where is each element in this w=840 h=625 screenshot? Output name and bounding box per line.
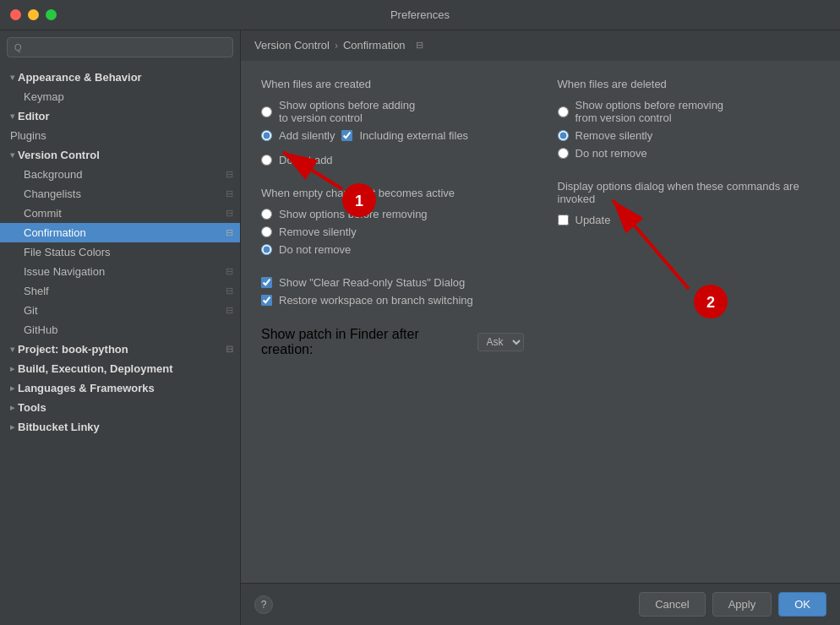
sidebar-item-issue-navigation[interactable]: Issue Navigation ⊟ (0, 262, 240, 281)
sidebar-item-confirmation[interactable]: Confirmation ⊟ (0, 223, 240, 242)
close-button[interactable] (10, 9, 21, 20)
title-bar: Preferences (0, 0, 840, 30)
right-column: When files are deleted Show options befo… (558, 78, 821, 364)
settings-two-col: When files are created Show options befo… (261, 78, 820, 364)
sidebar-item-project[interactable]: ▾ Project: book-python ⊟ (0, 340, 240, 359)
sidebar-item-label: Confirmation (24, 226, 86, 239)
show-clear-readonly-label: Show "Clear Read-only Status" Dialog (279, 276, 465, 289)
radio-add-silently-label: Add silently (279, 129, 335, 142)
sidebar-item-languages[interactable]: ▸ Languages & Frameworks (0, 378, 240, 398)
sidebar-item-editor[interactable]: ▾ Editor (0, 106, 240, 126)
display-options-title: Display options dialog when these comman… (558, 180, 821, 205)
ok-button[interactable]: OK (778, 592, 826, 617)
settings-icon: ⊟ (226, 169, 233, 180)
bottom-checkboxes-section: Show "Clear Read-only Status" Dialog Res… (261, 276, 524, 307)
radio-show-options-remove-input[interactable] (558, 106, 569, 117)
sidebar-item-changelists[interactable]: Changelists ⊟ (0, 184, 240, 204)
radio-add-silently-input[interactable] (261, 130, 272, 141)
sidebar-item-shelf[interactable]: Shelf ⊟ (0, 281, 240, 301)
radio-do-not-remove-input[interactable] (558, 148, 569, 159)
show-clear-readonly-input[interactable] (261, 277, 272, 288)
show-patch-row: Show patch in Finder after creation: Ask… (261, 327, 524, 357)
window-title: Preferences (390, 8, 450, 21)
help-button[interactable]: ? (254, 595, 273, 614)
radio-do-not-add-label: Do not add (279, 154, 333, 166)
radio-do-not-add-input[interactable] (261, 155, 272, 166)
expand-arrow: ▾ (10, 111, 14, 121)
sidebar-item-build[interactable]: ▸ Build, Execution, Deployment (0, 359, 240, 378)
sidebar-item-commit[interactable]: Commit ⊟ (0, 204, 240, 223)
sidebar-item-version-control[interactable]: ▾ Version Control (0, 145, 240, 165)
sidebar-item-label: Project: book-python (18, 343, 128, 356)
radio-show-options-add[interactable]: Show options before adding to version co… (261, 99, 524, 124)
including-external-checkbox[interactable]: Including external files (341, 129, 468, 142)
radio-show-options-empty-input[interactable] (261, 209, 272, 220)
radio-remove-silently-empty-label: Remove silently (279, 226, 357, 238)
sidebar-item-label: Git (24, 304, 38, 317)
sidebar-item-file-status-colors[interactable]: File Status Colors (0, 242, 240, 262)
radio-add-silently[interactable]: Add silently (261, 129, 335, 142)
restore-workspace-checkbox[interactable]: Restore workspace on branch switching (261, 294, 524, 307)
sidebar-item-label: Bitbucket Linky (18, 421, 100, 433)
maximize-button[interactable] (46, 9, 57, 20)
show-clear-readonly-checkbox[interactable]: Show "Clear Read-only Status" Dialog (261, 276, 524, 289)
radio-do-not-remove-empty[interactable]: Do not remove (261, 243, 524, 256)
expand-arrow: ▾ (10, 345, 14, 354)
radio-show-options-add-input[interactable] (261, 106, 272, 117)
radio-remove-silently[interactable]: Remove silently (558, 129, 821, 142)
sidebar-item-label: Keymap (24, 90, 64, 103)
radio-show-options-empty-label: Show options before removing (279, 208, 428, 220)
update-checkbox-input[interactable] (558, 215, 569, 226)
show-patch-dropdown[interactable]: Ask Yes No (477, 333, 524, 351)
apply-button[interactable]: Apply (712, 592, 772, 617)
sidebar-item-label: Appearance & Behavior (18, 71, 142, 84)
radio-remove-silently-empty-input[interactable] (261, 226, 272, 237)
created-radio-group: Show options before adding to version co… (261, 99, 524, 166)
sidebar-item-background[interactable]: Background ⊟ (0, 165, 240, 184)
breadcrumb-part-2: Confirmation (343, 39, 406, 52)
settings-icon: ⊟ (226, 344, 233, 355)
main-container: Q ▾ Appearance & Behavior Keymap ▾ Edito… (0, 30, 840, 625)
content-area: Version Control › Confirmation ⊟ When fi… (241, 30, 840, 625)
search-input[interactable] (27, 41, 226, 53)
radio-remove-silently-input[interactable] (558, 130, 569, 141)
expand-arrow: ▸ (10, 383, 14, 393)
cancel-button[interactable]: Cancel (639, 592, 705, 617)
sidebar-item-plugins[interactable]: Plugins (0, 126, 240, 145)
sidebar-item-git[interactable]: Git ⊟ (0, 301, 240, 320)
when-files-deleted-section: When files are deleted Show options befo… (558, 78, 821, 160)
search-icon: Q (14, 42, 22, 52)
radio-do-not-remove[interactable]: Do not remove (558, 147, 821, 160)
when-files-deleted-title: When files are deleted (558, 78, 821, 90)
when-files-created-title: When files are created (261, 78, 524, 90)
including-external-input[interactable] (341, 130, 352, 141)
breadcrumb: Version Control › Confirmation ⊟ (241, 30, 840, 61)
when-files-created-section: When files are created Show options befo… (261, 78, 524, 166)
radio-do-not-add[interactable]: Do not add (261, 154, 524, 166)
radio-show-options-empty[interactable]: Show options before removing (261, 208, 524, 220)
radio-do-not-remove-empty-input[interactable] (261, 244, 272, 255)
sidebar-item-label: Editor (18, 110, 50, 122)
window-controls[interactable] (10, 9, 57, 20)
when-empty-changelist-title: When empty changelist becomes active (261, 187, 524, 199)
sidebar-item-keymap[interactable]: Keymap (0, 87, 240, 106)
settings-icon: ⊟ (226, 188, 233, 199)
settings-icon: ⊟ (226, 305, 233, 316)
bottom-bar: ? Cancel Apply OK (241, 583, 840, 625)
radio-remove-silently-empty[interactable]: Remove silently (261, 226, 524, 238)
radio-show-options-remove[interactable]: Show options before removing from versio… (558, 99, 821, 124)
breadcrumb-separator: › (335, 40, 338, 52)
sidebar-item-label: GitHub (24, 323, 57, 336)
sidebar-item-appearance[interactable]: ▾ Appearance & Behavior (0, 68, 240, 87)
minimize-button[interactable] (28, 9, 39, 20)
restore-workspace-input[interactable] (261, 295, 272, 306)
search-box[interactable]: Q (7, 37, 233, 57)
update-checkbox[interactable]: Update (558, 214, 821, 226)
settings-content: When files are created Show options befo… (241, 61, 840, 583)
help-icon: ? (261, 599, 267, 611)
sidebar-item-label: Shelf (24, 285, 49, 297)
sidebar-item-bitbucket[interactable]: ▸ Bitbucket Linky (0, 417, 240, 437)
sidebar-item-tools[interactable]: ▸ Tools (0, 398, 240, 417)
radio-remove-silently-label: Remove silently (575, 129, 653, 142)
sidebar-item-github[interactable]: GitHub (0, 320, 240, 340)
